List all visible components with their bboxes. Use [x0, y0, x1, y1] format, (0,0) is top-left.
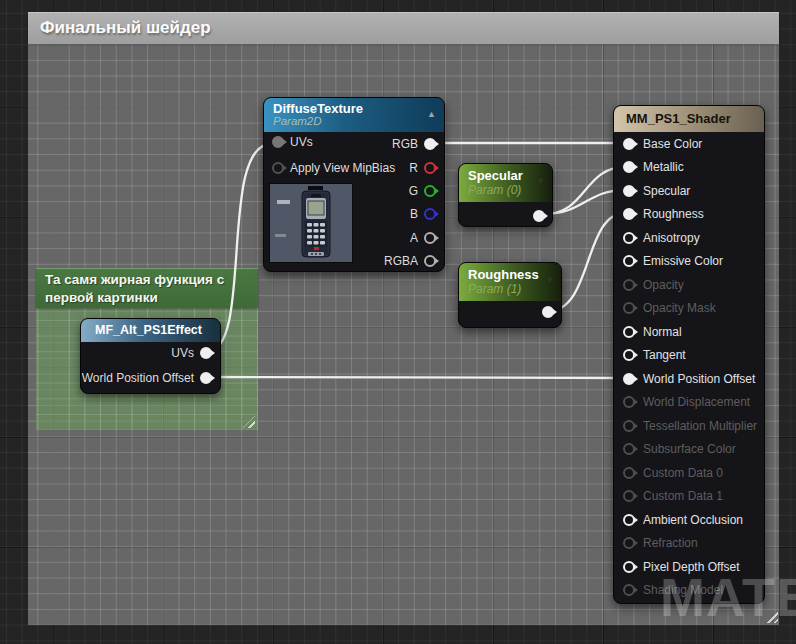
pin-a-output[interactable]: [424, 232, 436, 244]
pin-label: A: [410, 231, 418, 245]
node-diffuse-texture[interactable]: DiffuseTexture Param2D ▲ UVs Apply View …: [263, 97, 445, 272]
pin-roughness-output[interactable]: [542, 306, 554, 318]
output-row-g: G: [409, 181, 436, 201]
pin-label: Subsurface Color: [643, 442, 736, 456]
node-title: DiffuseTexture: [273, 101, 436, 116]
pin-row-tessellation-multiplier: Tessellation Multiplier: [614, 414, 764, 438]
node-roughness-header[interactable]: Roughness Param (1) ▼: [459, 263, 561, 301]
pin-normal[interactable]: [623, 326, 635, 338]
pin-row-emissive-color: Emissive Color: [614, 250, 764, 274]
pin-label: Shading Model: [643, 583, 723, 597]
node-mm-ps1-shader[interactable]: MM_PS1_Shader Base Color Metallic Specul…: [613, 105, 765, 604]
pin-label: Refraction: [643, 536, 698, 550]
input-row-uvs: UVs: [272, 132, 313, 152]
pin-tessellation-multiplier[interactable]: [623, 420, 635, 432]
node-specular-header[interactable]: Specular Param (0) ▼: [459, 164, 552, 202]
node-subtitle: Param (1): [468, 282, 553, 296]
pin-label: Ambient Occlusion: [643, 513, 743, 527]
pin-mf-wpo-output[interactable]: [200, 372, 212, 384]
output-row-rgba: RGBA: [384, 251, 436, 271]
pin-label: R: [409, 161, 418, 175]
pin-rgb-output[interactable]: [424, 138, 436, 150]
pin-r-output[interactable]: [424, 162, 436, 174]
node-mf-header[interactable]: MF_Alt_PS1Effect: [81, 319, 220, 342]
pin-label: Roughness: [643, 207, 704, 221]
pin-rgba-output[interactable]: [424, 255, 436, 267]
node-subtitle: Param2D: [273, 115, 436, 127]
pin-row-opacity-mask: Opacity Mask: [614, 297, 764, 321]
pin-label: Emissive Color: [643, 254, 723, 268]
pin-refraction[interactable]: [623, 537, 635, 549]
pin-row-metallic: Metallic: [614, 156, 764, 180]
pin-label: Anisotropy: [643, 231, 700, 245]
output-row-r: R: [409, 158, 436, 178]
pin-label: Normal: [643, 325, 682, 339]
pin-metallic[interactable]: [623, 161, 635, 173]
pin-label: RGBA: [384, 254, 418, 268]
pin-opacity-mask[interactable]: [623, 302, 635, 314]
pin-world-displacement[interactable]: [623, 396, 635, 408]
pin-label: B: [410, 207, 418, 221]
pin-row-custom-data-0: Custom Data 0: [614, 461, 764, 485]
pin-row-pixel-depth-offset: Pixel Depth Offset: [614, 555, 764, 579]
dropdown-arrow-icon[interactable]: ▼: [545, 276, 554, 285]
node-title: MM_PS1_Shader: [626, 111, 731, 126]
pin-row-world-displacement: World Displacement: [614, 391, 764, 415]
pin-world-position-offset[interactable]: [623, 373, 635, 385]
pin-label: Custom Data 0: [643, 466, 723, 480]
pin-specular-output[interactable]: [533, 210, 545, 222]
node-roughness-param[interactable]: Roughness Param (1) ▼: [458, 262, 562, 328]
pin-custom-data-1[interactable]: [623, 490, 635, 502]
pin-label: Pixel Depth Offset: [643, 560, 740, 574]
pin-row-ambient-occlusion: Ambient Occlusion: [614, 508, 764, 532]
pin-label: World Position Offset: [643, 372, 755, 386]
pin-row-opacity: Opacity: [614, 273, 764, 297]
dropdown-arrow-icon[interactable]: ▼: [536, 177, 545, 186]
node-mf-alt-ps1effect[interactable]: MF_Alt_PS1Effect UVs World Position Offs…: [80, 318, 221, 394]
result-pin-list: Base Color Metallic Specular Roughness A…: [614, 132, 764, 602]
pin-label: Custom Data 1: [643, 489, 723, 503]
pin-row-normal: Normal: [614, 320, 764, 344]
pin-uvs-input[interactable]: [272, 136, 284, 148]
pin-ambient-occlusion[interactable]: [623, 514, 635, 526]
collapse-arrow-icon[interactable]: ▲: [427, 110, 436, 119]
pin-roughness[interactable]: [623, 208, 635, 220]
pin-anisotropy[interactable]: [623, 232, 635, 244]
comment-function-title: Та самя жирная функция с первой картинки: [45, 272, 224, 305]
pin-label: RGB: [392, 137, 418, 151]
node-diffuse-texture-header[interactable]: DiffuseTexture Param2D ▲: [264, 98, 444, 132]
pin-pixel-depth-offset[interactable]: [623, 561, 635, 573]
pin-mipbias-input[interactable]: [272, 162, 284, 174]
output-row-b: B: [410, 204, 436, 224]
pin-label: UVs: [290, 135, 313, 149]
node-title: MF_Alt_PS1Effect: [95, 323, 202, 337]
pin-label: Tangent: [643, 348, 686, 362]
pin-tangent[interactable]: [623, 349, 635, 361]
texture-preview-phone-image: [269, 183, 353, 263]
pin-emissive-color[interactable]: [623, 255, 635, 267]
node-subtitle: Param (0): [468, 183, 544, 197]
material-graph-canvas[interactable]: Финальный шейдер Та самя жирная функция …: [0, 0, 796, 644]
pin-g-output[interactable]: [424, 185, 436, 197]
node-specular-param[interactable]: Specular Param (0) ▼: [458, 163, 553, 227]
pin-mf-uvs-output[interactable]: [200, 347, 212, 359]
output-row-uvs: UVs: [171, 343, 212, 363]
pin-label: Specular: [643, 184, 690, 198]
pin-label: UVs: [171, 346, 194, 360]
comment-final-shader-header[interactable]: Финальный шейдер: [28, 12, 779, 44]
node-result-header[interactable]: MM_PS1_Shader: [614, 106, 764, 132]
pin-opacity[interactable]: [623, 279, 635, 291]
comment-function-header[interactable]: Та самя жирная функция с первой картинки: [36, 268, 258, 308]
pin-specular[interactable]: [623, 185, 635, 197]
pin-shading-model[interactable]: [623, 584, 635, 596]
pin-subsurface-color[interactable]: [623, 443, 635, 455]
pin-base-color[interactable]: [623, 138, 635, 150]
comment-final-shader-title: Финальный шейдер: [40, 18, 211, 37]
pin-label: Metallic: [643, 160, 684, 174]
pin-label: G: [409, 184, 418, 198]
pin-b-output[interactable]: [424, 208, 436, 220]
pin-row-roughness: Roughness: [614, 203, 764, 227]
pin-label: Base Color: [643, 137, 702, 151]
pin-label: Tessellation Multiplier: [643, 419, 757, 433]
pin-custom-data-0[interactable]: [623, 467, 635, 479]
